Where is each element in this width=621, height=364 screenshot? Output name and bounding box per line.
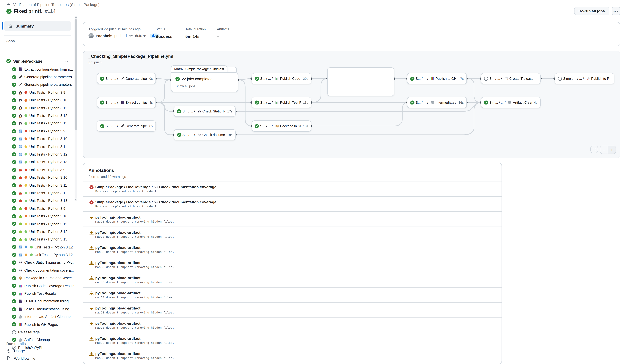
sidebar-item-job[interactable]: Publish Test Results xyxy=(0,290,74,297)
sidebar-item-job[interactable]: Check Static Typing using Pyt... xyxy=(0,259,74,266)
sidebar-item-job[interactable]: Unit Tests - Python 3.13 xyxy=(0,120,74,127)
sidebar-group-simplepackage[interactable]: SimplePackage xyxy=(4,57,71,65)
graph-node-gen-bottom[interactable]: S... / ... / Generate pipelin...0s xyxy=(97,121,156,132)
matrix-node[interactable]: 22 jobs completed Show all jobs xyxy=(171,72,238,92)
graph-node-gen-top[interactable]: S... / ... / Generate pipelin...0s xyxy=(97,73,156,84)
graph-node-check-doc[interactable]: S... / ... / Check docume...18s xyxy=(174,129,236,140)
avatar[interactable] xyxy=(88,33,94,38)
windows-icon xyxy=(18,152,22,156)
annotation-title[interactable]: pyTooling/upload-artifact xyxy=(95,336,140,341)
job-duration: 18s xyxy=(302,124,308,128)
sidebar-item-usage[interactable]: Usage xyxy=(6,347,25,354)
sidebar-item-job[interactable]: Unit Tests - Python 3.11 xyxy=(0,104,74,112)
annotation-title[interactable]: pyTooling/upload-artifact xyxy=(95,230,140,235)
annotation-title[interactable]: pyTooling/upload-artifact xyxy=(95,351,140,356)
documentation-group-box xyxy=(327,67,394,96)
annotation-detail: Process completed with exit code 1. xyxy=(95,190,158,193)
graph-node-package[interactable]: S... / ... / Package in Sou...18s xyxy=(252,121,311,132)
zoom-in-button[interactable]: + xyxy=(608,146,616,154)
graph-node-gh-pages[interactable]: S... / ... / Publish to GH-P...7s xyxy=(407,73,467,84)
annotation-title[interactable]: SimplePackage / DocCoverage / Check docu… xyxy=(95,200,216,204)
job-duration: 20s xyxy=(302,77,308,80)
python-version-dot-icon xyxy=(30,253,33,257)
sidebar-item-job[interactable]: Unit Tests - Python 3.10 xyxy=(0,212,74,220)
graph-node-pub-test[interactable]: S... / ... / Publish Test Re...13s xyxy=(252,97,311,108)
actor-login[interactable]: Paebbels xyxy=(96,34,112,38)
sidebar-item-job[interactable]: Unit Tests - Python 3.10 xyxy=(0,96,74,104)
sidebar-item-job[interactable]: Unit Tests - Python 3.12 xyxy=(0,151,74,158)
zoom-out-button[interactable]: − xyxy=(600,146,608,154)
sidebar-item-job[interactable]: Publish Code Coverage Results xyxy=(0,282,74,290)
sidebar-item-job[interactable]: Extract configurations from p... xyxy=(0,65,74,73)
sidebar-item-job[interactable]: HTML Documentation using ... xyxy=(0,297,74,305)
fullscreen-button[interactable] xyxy=(590,146,598,153)
success-check-icon xyxy=(100,76,104,81)
sidebar-item-job[interactable]: Intermediate Artifact Cleanup xyxy=(0,313,74,321)
graph-node-check-static[interactable]: S... / ... / Check Static Ty...17s xyxy=(174,106,236,117)
annotation-title[interactable]: pyTooling/upload-artifact xyxy=(95,245,140,250)
sidebar-item-summary[interactable]: Summary xyxy=(4,21,71,31)
graph-node-pub-code[interactable]: S... / ... / Publish Code C...20s xyxy=(252,73,311,84)
windows-icon xyxy=(18,245,22,249)
sidebar-item-workflow-file[interactable]: Workflow file xyxy=(6,355,35,362)
sidebar-item-job[interactable]: Unit Tests - Python 3.9 xyxy=(0,166,74,174)
warning-icon xyxy=(89,215,94,220)
scrollbar-thumb[interactable] xyxy=(74,19,77,130)
sidebar-item-job[interactable]: Unit Tests - Python 3.12 xyxy=(0,243,74,251)
graph-node-artifact-cleanup[interactable]: Sim... / ... / Artifact Cleanup4s xyxy=(481,97,541,108)
sidebar-item-job[interactable]: LaTeX Documentation using ... xyxy=(0,305,74,313)
rerun-all-jobs-button[interactable]: Re-run all jobs xyxy=(574,7,609,15)
sidebar-item-job[interactable]: Unit Tests - Python 3.11 xyxy=(0,143,74,151)
annotation-title[interactable]: pyTooling/upload-artifact xyxy=(95,260,140,265)
graph-node-intermediate[interactable]: S... / ... / Intermediate A...16s xyxy=(407,97,467,108)
sidebar-item-job[interactable]: Unit Tests - Python 3.12 xyxy=(0,112,74,120)
job-label: Publish to GH-Pages xyxy=(24,323,58,327)
annotation-title[interactable]: pyTooling/upload-artifact xyxy=(95,291,140,295)
commit-hash[interactable]: d0f07e1 xyxy=(135,34,148,38)
job-duration: 4s xyxy=(148,101,153,104)
annotation-title[interactable]: SimplePackage / DocCoverage / Check docu… xyxy=(95,185,216,189)
sidebar-item-job[interactable]: Publish to GH-Pages xyxy=(0,321,74,328)
success-check-icon xyxy=(12,307,16,311)
toolchain-square-icon xyxy=(24,245,28,249)
breadcrumb[interactable]: Verification of Pipeline Templates (Simp… xyxy=(6,2,100,7)
annotation-title[interactable]: pyTooling/upload-artifact xyxy=(95,276,140,280)
success-check-icon xyxy=(12,83,16,87)
sidebar-item-job[interactable]: Check documentation covera... xyxy=(0,266,74,274)
scrollbar-up-arrow[interactable] xyxy=(74,16,77,18)
sidebar-item-job[interactable]: Unit Tests - Python 3.11 xyxy=(0,181,74,189)
sidebar-item-job[interactable]: Package in Source and Wheel... xyxy=(0,274,74,282)
sidebar-item-job[interactable]: Unit Tests - Python 3.9 xyxy=(0,205,74,212)
sidebar-item-job[interactable]: Unit Tests - Python 3.10 xyxy=(0,174,74,181)
kebab-menu-button[interactable]: ••• xyxy=(612,7,620,15)
matrix-tab[interactable]: Matrix: SimplePackage / UnitTest... xyxy=(171,65,227,72)
sidebar-item-job[interactable]: Unit Tests - Python 3.13 xyxy=(0,197,74,205)
scrollbar-down-arrow[interactable] xyxy=(74,199,77,200)
sidebar-item-job[interactable]: Unit Tests - Python 3.9 xyxy=(0,89,74,96)
sidebar-item-job[interactable]: Unit Tests - Python 3.11 xyxy=(0,220,74,228)
annotation-title[interactable]: pyTooling/upload-artifact xyxy=(95,215,140,219)
job-duration: 18s xyxy=(226,133,232,137)
sidebar-item-job[interactable]: Unit Tests - Python 3.12 xyxy=(0,251,74,259)
bar-chart-icon xyxy=(275,77,279,81)
sidebar-item-job[interactable]: Unit Tests - Python 3.12 xyxy=(0,189,74,197)
job-name: Create 'Release Pa... xyxy=(509,77,535,81)
sidebar-item-job[interactable]: Unit Tests - Python 3.13 xyxy=(0,158,74,166)
job-label: Generate pipeline parameters xyxy=(24,75,72,79)
sidebar-item-job[interactable]: ReleasePage xyxy=(0,328,74,336)
annotation-name: pyTooling/upload-artifact xyxy=(95,351,140,356)
sidebar-item-job[interactable]: Unit Tests - Python 3.13 xyxy=(0,236,74,243)
sidebar-item-job[interactable]: Unit Tests - Python 3.10 xyxy=(0,135,74,143)
sidebar-item-job[interactable]: Unit Tests - Python 3.12 xyxy=(0,228,74,236)
graph-node-publish-pypi[interactable]: Simple... / ... / Publish to PyPI xyxy=(554,73,614,84)
sidebar-item-job[interactable]: Unit Tests - Python 3.9 xyxy=(0,127,74,135)
graph-node-release-page[interactable]: S... / ... / Create 'Release Pa... xyxy=(481,73,541,84)
graph-node-extract[interactable]: S... / ... / Extract configur...4s xyxy=(97,97,156,108)
python-version-dot-icon xyxy=(24,137,27,140)
sidebar-item-job[interactable]: Generate pipeline parameters xyxy=(0,73,74,81)
annotation-title[interactable]: pyTooling/upload-artifact xyxy=(95,306,140,310)
show-all-jobs-link[interactable]: Show all jobs xyxy=(175,84,195,88)
job-label: LaTeX Documentation using ... xyxy=(24,307,73,311)
annotation-title[interactable]: pyTooling/upload-artifact xyxy=(95,321,140,326)
sidebar-item-job[interactable]: Generate pipeline parameters xyxy=(0,81,74,88)
